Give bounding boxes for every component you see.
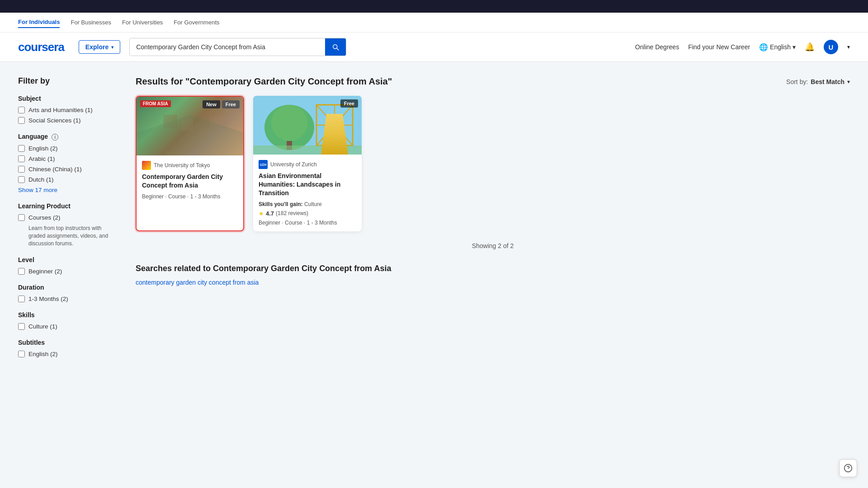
svg-rect-14 — [253, 145, 362, 155]
filter-option-1-3-months[interactable]: 1-3 Months (2) — [18, 296, 118, 302]
search-bar — [129, 38, 346, 56]
card2-body: UZH University of Zurich Asian Environme… — [253, 155, 362, 231]
filter-arabic-label: Arabic (1) — [28, 155, 55, 162]
logo[interactable]: coursera — [18, 40, 64, 54]
filter-option-english[interactable]: English (2) — [18, 145, 118, 152]
checkbox-arts[interactable] — [18, 107, 25, 113]
card2-skills: Skills you'll gain: Culture — [259, 201, 356, 207]
find-career-link[interactable]: Find your New Career — [688, 43, 750, 51]
uzh-university-logo: UZH — [259, 160, 268, 169]
content-area: Results for "Contemporary Garden City Co… — [136, 76, 850, 474]
related-title: Searches related to Contemporary Garden … — [136, 264, 850, 273]
filter-option-courses[interactable]: Courses (2) — [18, 214, 118, 221]
card2-rating: ★ 4.7 (182 reviews) — [259, 210, 356, 217]
checkbox-social[interactable] — [18, 117, 25, 124]
checkbox-english-subtitles[interactable] — [18, 351, 25, 357]
filter-duration-section: Duration 1-3 Months (2) — [18, 284, 118, 302]
nav-main: coursera Explore ▾ Online Degrees Find y… — [0, 33, 868, 61]
filter-1-3-months-label: 1-3 Months (2) — [28, 296, 68, 302]
checkbox-dutch[interactable] — [18, 176, 25, 183]
filter-language-title: Language i — [18, 133, 118, 141]
nav-for-individuals[interactable]: For Individuals — [18, 17, 60, 28]
explore-button[interactable]: Explore ▾ — [79, 40, 120, 54]
user-menu-chevron-icon[interactable]: ▾ — [847, 44, 850, 50]
nav-wrapper: For Individuals For Businesses For Unive… — [0, 13, 868, 62]
filter-option-arts[interactable]: Arts and Humanities (1) — [18, 107, 118, 113]
online-degrees-link[interactable]: Online Degrees — [635, 43, 679, 51]
language-chevron-icon: ▾ — [793, 43, 796, 51]
related-link-1[interactable]: contemporary garden city concept from as… — [136, 279, 259, 286]
filter-option-dutch[interactable]: Dutch (1) — [18, 176, 118, 183]
filter-title: Filter by — [18, 76, 118, 86]
badge-free-2: Free — [340, 99, 358, 108]
help-icon — [844, 464, 853, 473]
checkbox-culture[interactable] — [18, 323, 25, 330]
card2-title: Asian Environmental Humanities: Landscap… — [259, 172, 356, 197]
svg-point-12 — [271, 105, 307, 141]
filter-option-chinese[interactable]: Chinese (China) (1) — [18, 166, 118, 173]
card2-uni-name: University of Zurich — [270, 161, 317, 168]
filter-option-beginner[interactable]: Beginner (2) — [18, 268, 118, 275]
card1-meta: Beginner · Course · 1 - 3 Months — [142, 193, 238, 200]
filter-english-subtitles-label: English (2) — [28, 351, 58, 357]
filter-learning-section: Learning Product Courses (2) Learn from … — [18, 202, 118, 247]
filter-subject-section: Subject Arts and Humanities (1) Social S… — [18, 95, 118, 124]
user-initial: U — [829, 43, 834, 51]
filter-option-english-subtitles[interactable]: English (2) — [18, 351, 118, 357]
language-info-icon[interactable]: i — [52, 134, 58, 141]
filter-duration-title: Duration — [18, 284, 118, 291]
help-button[interactable] — [839, 459, 857, 477]
card2-image-container: Free — [253, 96, 362, 155]
filter-arts-label: Arts and Humanities (1) — [28, 107, 93, 113]
uzh-logo-text: UZH — [260, 163, 266, 166]
course-card-2[interactable]: Free UZH University of Zurich Asian Envi… — [253, 96, 362, 231]
related-section: Searches related to Contemporary Garden … — [136, 264, 850, 286]
nav-for-universities[interactable]: For Universities — [122, 17, 163, 28]
tokyo-university-logo — [142, 161, 151, 170]
card1-university: The University of Tokyo — [142, 161, 238, 170]
card2-meta: Beginner · Course · 1 - 3 Months — [259, 220, 356, 226]
nav-for-governments[interactable]: For Governments — [174, 17, 219, 28]
filter-culture-label: Culture (1) — [28, 323, 57, 330]
filter-skills-section: Skills Culture (1) — [18, 311, 118, 330]
nav-for-businesses[interactable]: For Businesses — [71, 17, 111, 28]
card2-university: UZH University of Zurich — [259, 160, 356, 169]
filter-subtitles-title: Subtitles — [18, 339, 118, 346]
results-title: Results for "Contemporary Garden City Co… — [136, 76, 392, 87]
filter-chinese-label: Chinese (China) (1) — [28, 166, 82, 173]
course-card-1[interactable]: New Free The University of Tokyo Contemp… — [136, 96, 244, 231]
filter-option-arabic[interactable]: Arabic (1) — [18, 155, 118, 162]
sort-by[interactable]: Sort by: Best Match ▾ — [786, 78, 850, 85]
nav-top: For Individuals For Businesses For Unive… — [0, 13, 868, 33]
checkbox-beginner[interactable] — [18, 268, 25, 275]
main-layout: Filter by Subject Arts and Humanities (1… — [0, 62, 868, 488]
filter-option-social[interactable]: Social Sciences (1) — [18, 117, 118, 124]
results-header: Results for "Contemporary Garden City Co… — [136, 76, 850, 87]
language-show-more[interactable]: Show 17 more — [18, 187, 118, 193]
card1-title: Contemporary Garden City Concept from As… — [142, 173, 238, 190]
user-avatar[interactable]: U — [824, 40, 838, 54]
search-input[interactable] — [130, 39, 325, 55]
rating-count: (182 reviews) — [276, 210, 308, 216]
checkbox-1-3-months[interactable] — [18, 296, 25, 302]
cards-grid: New Free The University of Tokyo Contemp… — [136, 96, 850, 231]
top-bar — [0, 0, 868, 13]
filter-learning-title: Learning Product — [18, 202, 118, 210]
filter-option-culture[interactable]: Culture (1) — [18, 323, 118, 330]
rating-value: 4.7 — [266, 210, 274, 217]
checkbox-english[interactable] — [18, 145, 25, 152]
card1-badges: New Free — [203, 100, 240, 108]
filter-social-label: Social Sciences (1) — [28, 117, 81, 124]
language-button[interactable]: 🌐 English ▾ — [759, 43, 796, 52]
card1-uni-name: The University of Tokyo — [154, 162, 210, 169]
logo-text: coursera — [18, 40, 64, 54]
checkbox-chinese[interactable] — [18, 166, 25, 173]
checkbox-arabic[interactable] — [18, 155, 25, 162]
checkbox-courses[interactable] — [18, 214, 25, 221]
sort-chevron-icon: ▾ — [847, 79, 850, 85]
filter-courses-label: Courses (2) — [28, 214, 61, 221]
filter-level-section: Level Beginner (2) — [18, 256, 118, 275]
notification-bell-icon[interactable]: 🔔 — [805, 42, 815, 52]
search-button[interactable] — [325, 38, 346, 56]
card1-body: The University of Tokyo Contemporary Gar… — [137, 155, 243, 205]
